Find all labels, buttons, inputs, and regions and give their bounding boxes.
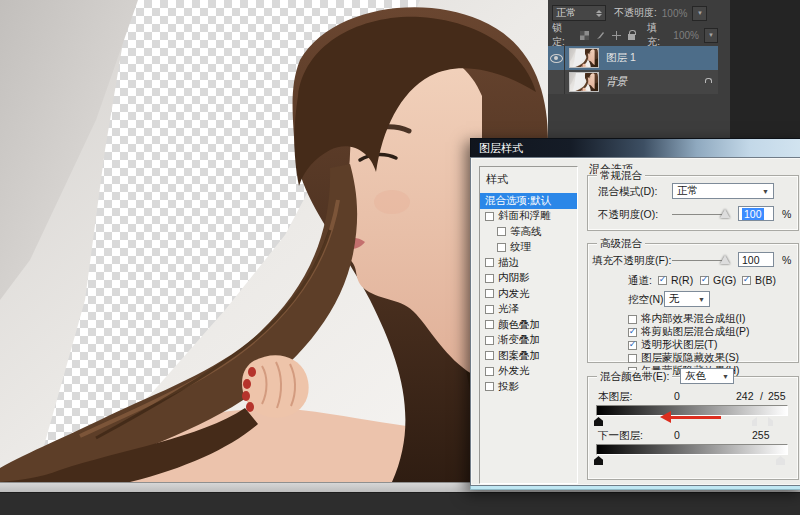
group-label: 常规混合 (597, 169, 645, 183)
layer-blend-mode-select[interactable]: 正常 (552, 5, 606, 21)
style-item-satin[interactable]: 光泽 (480, 302, 577, 318)
option-layer-mask-hides[interactable]: 图层蒙版隐藏效果(S) (628, 351, 739, 365)
style-item-inner-shadow[interactable]: 内阴影 (480, 271, 577, 287)
this-layer-white-slider-right[interactable] (768, 417, 773, 426)
style-item-inner-glow[interactable]: 内发光 (480, 286, 577, 302)
knockout-select[interactable]: 无 ▼ (664, 291, 710, 307)
lock-transparency-icon[interactable] (580, 31, 589, 40)
channel-g[interactable]: G(G) (700, 274, 736, 286)
checkbox[interactable] (485, 336, 494, 345)
percent-sign: % (782, 208, 791, 220)
style-item-color-overlay[interactable]: 颜色叠加 (480, 317, 577, 333)
photo-of-woman (0, 0, 548, 482)
slider-thumb[interactable] (720, 255, 730, 264)
checkbox[interactable] (628, 328, 637, 337)
opacity-slider[interactable] (672, 207, 728, 221)
layer-name[interactable]: 背景 (606, 75, 627, 89)
underlying-white-slider[interactable] (776, 456, 785, 465)
checkbox[interactable] (485, 212, 494, 221)
channel-r[interactable]: R(R) (658, 274, 693, 286)
this-layer-black-value: 0 (674, 390, 680, 402)
layer-row-background[interactable]: 背景 (548, 70, 718, 94)
lock-pixels-brush-icon[interactable] (596, 31, 605, 40)
dialog-title: 图层样式 (479, 141, 523, 156)
checkbox[interactable] (628, 354, 637, 363)
checkbox[interactable] (497, 227, 506, 236)
this-layer-label: 本图层: (598, 390, 632, 404)
fill-label: 填充: (647, 21, 668, 49)
checkbox[interactable] (628, 315, 637, 324)
layer-row-layer1[interactable]: 图层 1 (548, 46, 718, 70)
option-blend-interior[interactable]: 将内部效果混合成组(I) (628, 312, 745, 326)
opacity-input[interactable]: 100 (738, 206, 774, 221)
blend-if-channel-select[interactable]: 灰色 ▼ (680, 368, 734, 384)
fill-opacity-slider[interactable] (672, 253, 728, 267)
document-canvas[interactable] (0, 0, 548, 482)
checkbox[interactable] (628, 341, 637, 350)
style-item-stroke[interactable]: 描边 (480, 255, 577, 271)
checkbox[interactable] (700, 276, 709, 285)
fill-dropdown-button[interactable]: ▼ (704, 28, 718, 43)
styles-list: 样式 混合选项:默认 斜面和浮雕 等高线 纹理 描边 内阴影 (479, 166, 578, 484)
group-label: 高级混合 (597, 237, 645, 251)
dialog-titlebar[interactable]: 图层样式 (470, 138, 800, 157)
option-transparency-shapes[interactable]: 透明形状图层(T) (628, 338, 717, 352)
underlying-layer-label: 下一图层: (598, 429, 643, 443)
chevron-updown-icon (596, 10, 602, 17)
style-item-gradient-overlay[interactable]: 渐变叠加 (480, 333, 577, 349)
fill-value: 100% (673, 30, 699, 41)
layers-panel: 正常 不透明度: 100% ▼ 锁定: 填充: 100% ▼ 图层 1 (548, 0, 730, 138)
lock-all-icon[interactable] (628, 30, 635, 40)
fill-opacity-label: 填充不透明度(F): (592, 254, 671, 268)
style-item-bevel-emboss[interactable]: 斜面和浮雕 (480, 209, 577, 225)
chevron-down-icon: ▼ (722, 373, 729, 380)
this-layer-black-slider[interactable] (594, 417, 603, 426)
chevron-down-icon: ▼ (762, 188, 769, 195)
layer-name[interactable]: 图层 1 (606, 51, 636, 65)
fill-opacity-input[interactable]: 100 (738, 252, 774, 267)
visibility-toggle-empty[interactable] (548, 70, 565, 94)
checkbox[interactable] (485, 289, 494, 298)
general-blending-group: 常规混合 混合模式(D): 正常 ▼ 不透明度(O): 100 % (587, 175, 799, 231)
style-item-outer-glow[interactable]: 外发光 (480, 364, 577, 380)
option-blend-clipped[interactable]: 将剪贴图层混合成组(P) (628, 325, 750, 339)
this-layer-white-slider-left[interactable] (752, 417, 757, 426)
underlying-black-slider[interactable] (594, 456, 603, 465)
style-item-pattern-overlay[interactable]: 图案叠加 (480, 348, 577, 364)
blend-mode-select[interactable]: 正常 ▼ (672, 183, 774, 199)
checkbox[interactable] (485, 320, 494, 329)
opacity-label: 不透明度(O): (598, 208, 658, 222)
checkbox[interactable] (658, 276, 667, 285)
workspace-background (730, 0, 800, 140)
slider-thumb[interactable] (720, 209, 730, 218)
checkbox[interactable] (485, 367, 494, 376)
styles-header: 样式 (480, 170, 577, 193)
style-item-texture[interactable]: 纹理 (480, 240, 577, 256)
checkbox[interactable] (485, 382, 494, 391)
underlying-gradient-bar[interactable] (596, 444, 788, 455)
channels-label: 通道: (628, 274, 652, 288)
background-thumbnail[interactable] (569, 72, 599, 92)
style-item-drop-shadow[interactable]: 投影 (480, 379, 577, 395)
chevron-down-icon: ▼ (698, 296, 705, 303)
checkbox[interactable] (485, 351, 494, 360)
checkbox[interactable] (497, 243, 506, 252)
checkbox[interactable] (485, 305, 494, 314)
separator: / (760, 390, 763, 402)
this-layer-white-value: 242 (736, 390, 754, 402)
knockout-label: 挖空(N): (628, 293, 667, 307)
workspace-bottom-bar (0, 492, 800, 515)
checkbox[interactable] (742, 276, 751, 285)
style-item-blending-options[interactable]: 混合选项:默认 (480, 193, 577, 209)
checkbox[interactable] (485, 274, 494, 283)
visibility-toggle[interactable] (548, 46, 565, 70)
blend-mode-label: 混合模式(D): (598, 185, 658, 199)
opacity-dropdown-button[interactable]: ▼ (692, 6, 707, 21)
blend-if-group: 混合颜色带(E): 灰色 ▼ 本图层: 0 242 / 255 下一图层: 0 (587, 376, 799, 480)
channel-b[interactable]: B(B) (742, 274, 776, 286)
layer1-thumbnail[interactable] (569, 48, 599, 68)
checkbox[interactable] (485, 258, 494, 267)
lock-position-move-icon[interactable] (612, 31, 621, 40)
style-item-contour[interactable]: 等高线 (480, 224, 577, 240)
underlying-white-value: 255 (752, 429, 770, 441)
